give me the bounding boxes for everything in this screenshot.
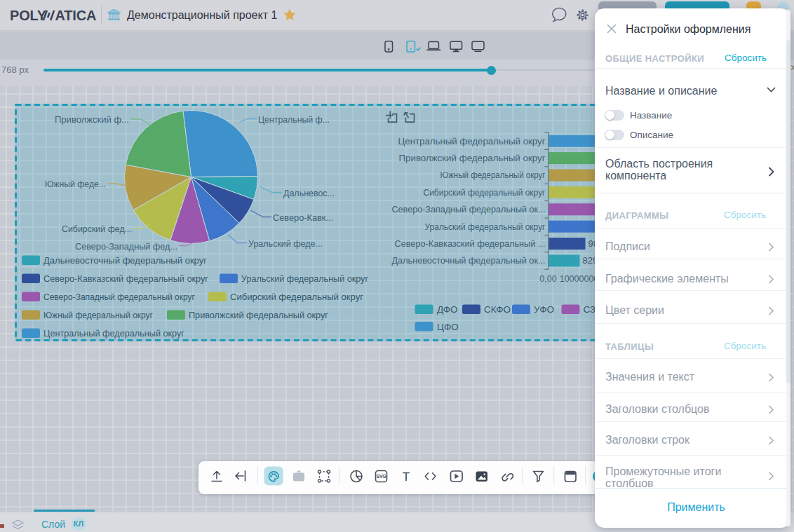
svg-text:Дальневосточный федеральный ок: Дальневосточный федеральный ок... — [392, 255, 546, 266]
svg-text:Центральный федеральный округ: Центральный федеральный округ — [43, 328, 184, 339]
svg-text:Северо-Западный федеральный ок: Северо-Западный федеральный округ — [43, 292, 195, 302]
svg-text:Южный феде...: Южный феде... — [45, 179, 106, 189]
svg-text:Северо-Кавк...: Северо-Кавк... — [273, 212, 333, 223]
svg-text:Северо-Западный фед...: Северо-Западный фед... — [75, 241, 177, 252]
svg-text:Сибирский федеральный округ: Сибирский федеральный округ — [230, 292, 363, 302]
svg-text:0,00: 0,00 — [539, 274, 556, 284]
svg-text:Южный федеральный округ: Южный федеральный округ — [43, 310, 153, 320]
svg-text:10000000,00: 10000000,00 — [560, 274, 595, 284]
svg-text:Северо-Западный федеральный ок: Северо-Западный федеральный ок... — [392, 204, 546, 214]
svg-text:Дальневосточный федеральный ок: Дальневосточный федеральный округ — [43, 255, 207, 266]
svg-text:Уральский федеральный округ: Уральский федеральный округ — [241, 273, 368, 284]
svg-text:SVG: SVG — [376, 474, 386, 479]
svg-text:Уральский феде...: Уральский феде... — [248, 238, 323, 249]
svg-text:Северо-Кавказский федеральный: Северо-Кавказский федеральный ... — [395, 238, 546, 249]
svg-text:ЦФО: ЦФО — [437, 322, 459, 332]
svg-text:Центральный федеральный округ: Центральный федеральный округ — [398, 136, 546, 146]
svg-text:СКФО: СКФО — [484, 304, 511, 315]
svg-text:УФО: УФО — [534, 304, 554, 315]
svg-text:Сибирский федеральный округ: Сибирский федеральный округ — [424, 187, 546, 198]
svg-text:Уральский федеральный округ: Уральский федеральный округ — [425, 221, 546, 232]
svg-text:Сибирский фед...: Сибирский фед... — [62, 224, 132, 234]
svg-text:Дальневос...: Дальневос... — [283, 188, 335, 198]
svg-text:Приволжский федеральный округ: Приволжский федеральный округ — [399, 153, 546, 163]
svg-text:T: T — [403, 470, 410, 484]
svg-text:8290864,00: 8290864,00 — [583, 255, 596, 266]
svg-text:Центральный ф...: Центральный ф... — [258, 114, 330, 125]
svg-text:Южный федеральный округ: Южный федеральный округ — [440, 170, 546, 180]
svg-text:ДФО: ДФО — [437, 304, 458, 315]
svg-text:Северо-Кавказский федеральный: Северо-Кавказский федеральный округ — [43, 273, 208, 284]
svg-text:СЗФО: СЗФО — [584, 304, 596, 315]
svg-text:Приволжский ф...: Приволжский ф... — [55, 114, 129, 125]
svg-text:9866748,00: 9866748,00 — [588, 238, 596, 249]
svg-text:Приволжский федеральный округ: Приволжский федеральный округ — [189, 310, 328, 320]
